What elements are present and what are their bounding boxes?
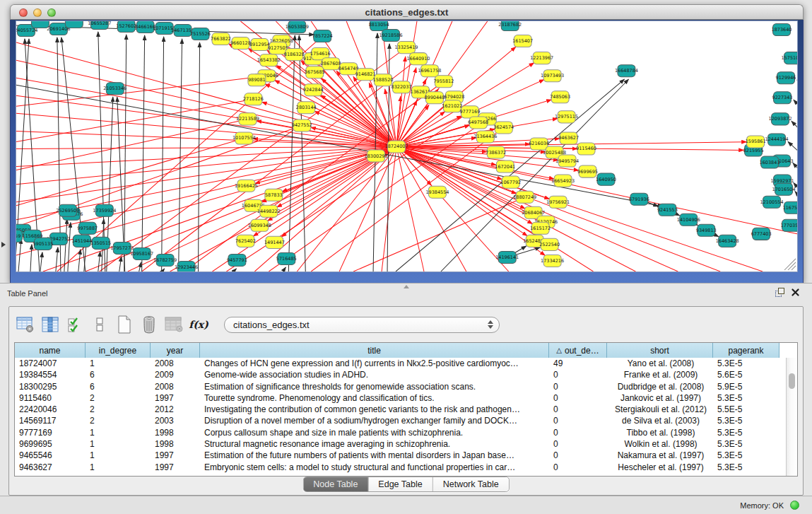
new-column-button[interactable] bbox=[115, 314, 134, 335]
table-cell: 9465546 bbox=[15, 450, 86, 461]
float-panel-button[interactable] bbox=[775, 288, 784, 297]
tab-edge-table[interactable]: Edge Table bbox=[368, 477, 433, 491]
column-header-pagerank[interactable]: pagerank bbox=[713, 343, 779, 358]
graph-edge-black[interactable] bbox=[56, 247, 58, 271]
graph-edge-black[interactable] bbox=[283, 267, 286, 271]
table-cell: Embryonic stem cells: a model to study s… bbox=[200, 462, 549, 473]
column-header-in_degree[interactable]: in_degree bbox=[86, 343, 151, 358]
graph-node-label: 1603843 bbox=[760, 160, 780, 165]
graph-edge-black[interactable] bbox=[233, 269, 236, 271]
graph-edge-red[interactable] bbox=[396, 147, 635, 271]
table-row[interactable]: 911546021997Tourette syndrome. Phenomeno… bbox=[15, 392, 786, 404]
vertical-scrollbar[interactable] bbox=[786, 358, 797, 476]
graph-node-label: 2718126 bbox=[243, 96, 264, 102]
close-panel-button[interactable] bbox=[792, 288, 799, 296]
graph-node-label: 16648784 bbox=[615, 68, 638, 74]
graph-edge-red[interactable] bbox=[16, 113, 396, 146]
table-cell: 1998 bbox=[151, 438, 200, 450]
tab-network-table[interactable]: Network Table bbox=[433, 477, 509, 491]
column-header-title[interactable]: title bbox=[200, 343, 549, 358]
graph-node-label: 1167533 bbox=[783, 205, 797, 211]
graph-edge-black[interactable] bbox=[68, 223, 71, 271]
graph-edge-red[interactable] bbox=[396, 147, 424, 271]
table-cell: 5.9E-5 bbox=[713, 381, 779, 392]
graph-edge-black[interactable] bbox=[163, 269, 165, 271]
graph-edge-black[interactable] bbox=[139, 262, 141, 271]
graph-edge-black[interactable] bbox=[288, 35, 295, 271]
table-cell: Estimation of the future numbers of pati… bbox=[200, 450, 549, 461]
graph-node-label: 16099348 bbox=[248, 223, 271, 228]
table-cell: Genome-wide association studies in ADHD. bbox=[200, 369, 549, 380]
delete-column-button[interactable] bbox=[140, 314, 158, 335]
table-cell: 2 bbox=[86, 392, 151, 404]
graph-node-label: 19384554 bbox=[425, 189, 449, 195]
memory-status-indicator-icon bbox=[790, 501, 799, 510]
table-mode-button[interactable] bbox=[16, 314, 35, 335]
network-canvas[interactable]: 2405572420691406106552871527602846616010… bbox=[16, 21, 797, 271]
table-cell: 6 bbox=[86, 381, 151, 392]
network-view-frame: 2405572420691406106552871527602846616010… bbox=[10, 20, 804, 283]
table-row[interactable]: 2242004622012Investigating the contribut… bbox=[15, 404, 786, 415]
column-header-short[interactable]: short bbox=[607, 343, 713, 358]
graph-edge-black[interactable] bbox=[124, 35, 126, 271]
table-row[interactable]: 946554611997Estimation of the future num… bbox=[15, 450, 786, 461]
splitter-handle-icon[interactable] bbox=[404, 285, 409, 288]
table-cell: 5.3E-5 bbox=[713, 438, 779, 450]
table-cell: 49 bbox=[549, 358, 607, 369]
column-header-year[interactable]: year bbox=[151, 343, 200, 358]
graph-node-label: 9242844 bbox=[303, 87, 324, 93]
graph-edge-red[interactable] bbox=[16, 147, 396, 149]
graph-node[interactable] bbox=[31, 21, 49, 28]
table-row[interactable]: 1456911722003Disruption of a novel membe… bbox=[15, 415, 786, 426]
graph-edge-black[interactable] bbox=[30, 245, 32, 271]
graph-edge-black[interactable] bbox=[40, 252, 42, 271]
table-row[interactable]: 977716911998Corpus callosum shape and si… bbox=[15, 427, 786, 438]
graph-edge-red[interactable] bbox=[297, 147, 396, 271]
table-cell: 0 bbox=[549, 381, 607, 392]
column-visibility-button[interactable] bbox=[41, 314, 59, 335]
graph-edge-black[interactable] bbox=[792, 121, 797, 148]
graph-edge-red[interactable] bbox=[16, 119, 247, 170]
column-header-name[interactable]: name bbox=[15, 343, 86, 358]
resize-grip-icon[interactable] bbox=[792, 266, 796, 270]
graph-edge-black[interactable] bbox=[18, 239, 21, 271]
table-cell: 2003 bbox=[151, 415, 200, 426]
table-row[interactable]: 1830029562008Estimation of significance … bbox=[15, 381, 786, 392]
graph-node-label: 1067792 bbox=[500, 180, 521, 185]
table-row[interactable]: 946362711997Embryonic stem cells: a mode… bbox=[15, 462, 786, 473]
table-row[interactable]: 1872400712008Changes of HCN gene express… bbox=[15, 358, 786, 369]
graph-edge-black[interactable] bbox=[98, 252, 100, 271]
function-builder-button[interactable]: f(x) bbox=[189, 314, 208, 335]
graph-node-label: 7386372 bbox=[486, 150, 506, 156]
panel-collapse-arrow-icon[interactable] bbox=[1, 242, 6, 247]
graph-edge-red[interactable] bbox=[16, 147, 396, 238]
checkbox-list-button[interactable] bbox=[90, 314, 109, 335]
tab-node-table[interactable]: Node Table bbox=[303, 477, 368, 491]
graph-node-label: 9427552 bbox=[292, 122, 312, 128]
table-cell: 6 bbox=[86, 369, 151, 380]
graph-node-label: 18300295 bbox=[365, 153, 388, 159]
table-cell: 1997 bbox=[151, 450, 200, 461]
table-row[interactable]: 1938455462009Genome-wide association stu… bbox=[15, 369, 786, 380]
row-selection-button[interactable] bbox=[66, 314, 84, 335]
scrollbar-thumb[interactable] bbox=[789, 373, 795, 389]
table-row[interactable]: 969969511998Structural magnetic resonanc… bbox=[15, 438, 786, 450]
graph-edge-red[interactable] bbox=[16, 76, 266, 106]
graph-edge-red[interactable] bbox=[212, 147, 396, 271]
graph-node-label: 39159 bbox=[16, 233, 20, 239]
table-cell: Corpus callosum shape and size in male p… bbox=[200, 427, 549, 438]
graph-node-label: 8215955 bbox=[743, 148, 764, 153]
graph-edge-black[interactable] bbox=[162, 37, 164, 271]
table-cell: 2009 bbox=[151, 369, 200, 380]
window-titlebar[interactable]: citations_edges.txt bbox=[10, 4, 804, 20]
graph-node[interactable] bbox=[65, 21, 83, 28]
table-selector-dropdown[interactable]: citations_edges.txt bbox=[224, 317, 500, 333]
graph-node-label: 9227343 bbox=[772, 95, 793, 100]
graph-edge-black[interactable] bbox=[119, 257, 122, 271]
graph-edge-black[interactable] bbox=[179, 39, 182, 271]
resize-grip-icon[interactable] bbox=[788, 262, 796, 270]
graph-node-label: 17359924 bbox=[93, 208, 116, 214]
graph-edge-red[interactable] bbox=[16, 99, 253, 141]
table-cell: 2008 bbox=[151, 358, 200, 369]
column-header-out_de[interactable]: △out_de… bbox=[549, 343, 607, 358]
